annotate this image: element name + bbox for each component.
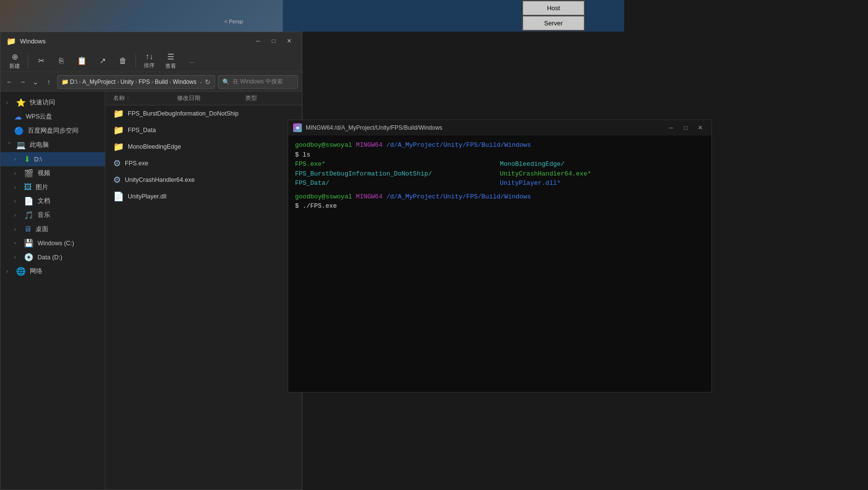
expand-icon: › xyxy=(14,255,20,260)
expand-icon: › xyxy=(14,213,20,218)
download-icon: ⬇ xyxy=(24,155,30,164)
minimize-button[interactable]: ─ xyxy=(251,36,265,46)
window-controls: ─ □ ✕ xyxy=(251,36,296,46)
terminal-host-2: MINGW64 xyxy=(352,192,386,202)
sidebar-item-windows-c[interactable]: › 💾 Windows (C:) xyxy=(0,236,105,250)
search-placeholder: 在 Windows 中搜索 xyxy=(233,78,283,86)
windows-drive-icon: 💾 xyxy=(24,238,34,248)
explorer-window: 📁 Windows ─ □ ✕ ⊕ 新建 ✂ ⎘ 📋 ↗ 🗑 ↑ xyxy=(0,32,302,490)
dropdown-button[interactable]: ⌄ xyxy=(31,76,41,88)
terminal-cmd: $ ls xyxy=(295,150,310,160)
address-input[interactable]: 📁 D:\ › A_MyProject › Unity › FPS › Buil… xyxy=(57,75,215,89)
exe-icon: ⚙ xyxy=(113,175,121,185)
terminal-file-mono: MonoBleedingEdge/ xyxy=(500,159,565,169)
view-button[interactable]: ☰ 查看 xyxy=(160,50,181,72)
up-button[interactable]: ↑ xyxy=(44,76,54,88)
copy-button[interactable]: ⎘ xyxy=(52,55,71,67)
crumb-folder-icon: 📁 xyxy=(61,78,69,85)
sidebar-label: 音乐 xyxy=(38,211,50,219)
forward-button[interactable]: → xyxy=(18,76,28,88)
sort-button[interactable]: ↑↓ 排序 xyxy=(139,50,159,71)
sidebar-item-drive-d[interactable]: › ⬇ D:\ xyxy=(0,152,105,166)
expand-icon: › xyxy=(14,171,20,176)
refresh-button[interactable]: ↻ xyxy=(205,78,211,86)
paste-button[interactable]: 📋 xyxy=(72,54,92,67)
crumb-sep-3: › xyxy=(135,78,137,85)
expand-icon: › xyxy=(14,227,20,232)
terminal-minimize[interactable]: ─ xyxy=(665,123,677,133)
desktop-icon: 🖥 xyxy=(24,225,32,234)
file-item[interactable]: 📁 FPS_BurstDebugInformation_DoNotShip xyxy=(105,105,302,122)
crumb-myproject: A_MyProject xyxy=(82,78,116,85)
crumb-sep-5: › xyxy=(169,78,171,85)
search-box[interactable]: 🔍 在 Windows 中搜索 xyxy=(218,75,298,89)
folder-icon: 📁 xyxy=(113,125,124,136)
more-button[interactable]: ... xyxy=(182,56,201,66)
back-button[interactable]: ← xyxy=(4,76,15,88)
new-button[interactable]: ⊕ 新建 xyxy=(4,50,25,72)
file-item[interactable]: ⚙ FPS.exe xyxy=(105,155,302,172)
shortcut-icon: ↗ xyxy=(99,56,106,65)
sidebar-label: 网络 xyxy=(30,267,42,275)
terminal-user-2: goodboy@sswoyal xyxy=(295,192,352,202)
cut-button[interactable]: ✂ xyxy=(31,54,51,67)
file-item[interactable]: 📄 UnityPlayer.dll xyxy=(105,188,302,205)
host-button[interactable]: Host xyxy=(523,1,584,15)
terminal-titlebar: ❖ MINGW64:/d/A_MyProject/Unity/FPS/Build… xyxy=(288,120,711,136)
file-list-header: 名称 ↑ 修改日期 类型 xyxy=(105,92,302,105)
terminal-file-burst: FPS_BurstDebugInformation_DoNotShip/ xyxy=(295,169,432,179)
close-button[interactable]: ✕ xyxy=(282,36,296,46)
file-name: FPS_BurstDebugInformation_DoNotShip xyxy=(128,110,238,117)
crumb-build: Build xyxy=(155,78,168,85)
explorer-title: Windows xyxy=(20,38,247,45)
sidebar-item-music[interactable]: › 🎵 音乐 xyxy=(0,208,105,222)
new-label: 新建 xyxy=(9,62,20,70)
terminal-user: goodboy@sswoyal xyxy=(295,140,352,150)
sidebar-item-document[interactable]: › 📄 文档 xyxy=(0,194,105,208)
terminal-body[interactable]: goodboy@sswoyal MINGW64 /d/A_MyProject/U… xyxy=(288,136,711,392)
new-icon: ⊕ xyxy=(12,52,18,61)
sidebar-label: Windows (C:) xyxy=(38,240,74,247)
copy-icon: ⎘ xyxy=(59,57,64,65)
terminal-close[interactable]: ✕ xyxy=(694,123,707,133)
folder-icon: 📁 xyxy=(113,108,124,119)
terminal-run-cmd: $ ./FPS.exe xyxy=(295,201,337,211)
crumb-sep-4: › xyxy=(152,78,154,85)
expand-icon: › xyxy=(14,198,20,204)
file-item[interactable]: ⚙ UnityCrashHandler64.exe xyxy=(105,172,302,188)
col-name-header: 名称 ↑ xyxy=(113,94,177,102)
folder-icon: 📁 xyxy=(113,141,124,152)
terminal-ls-row-3: FPS_Data/ xyxy=(295,178,500,188)
server-button[interactable]: Server xyxy=(523,16,584,30)
file-item[interactable]: 📁 FPS_Data xyxy=(105,122,302,138)
file-item[interactable]: 📁 MonoBleedingEdge xyxy=(105,138,302,155)
sidebar-label: D:\ xyxy=(34,156,42,163)
delete-icon: 🗑 xyxy=(119,57,127,65)
terminal-line-run: $ ./FPS.exe xyxy=(295,201,705,211)
sidebar-item-video[interactable]: › 🎬 视频 xyxy=(0,166,105,180)
shortcut-button[interactable]: ↗ xyxy=(93,54,112,67)
paste-icon: 📋 xyxy=(77,56,87,65)
toolbar-separator-2 xyxy=(136,54,136,68)
search-icon: 🔍 xyxy=(222,78,230,85)
crumb-windows: Windows xyxy=(173,78,197,85)
terminal-ls-output: FPS.exe* FPS_BurstDebugInformation_DoNot… xyxy=(295,159,705,188)
terminal-ls-row-2: FPS_BurstDebugInformation_DoNotShip/ xyxy=(295,169,500,179)
baidu-icon: 🔵 xyxy=(14,126,24,136)
sidebar-item-data-d[interactable]: › 💿 Data (D:) xyxy=(0,250,105,264)
terminal-maximize[interactable]: □ xyxy=(679,123,692,133)
sidebar-label: 文档 xyxy=(38,197,50,205)
sidebar-item-baidu[interactable]: 🔵 百度网盘同步空间 xyxy=(0,124,105,138)
sidebar-item-quick-access[interactable]: › ⭐ 快速访问 xyxy=(0,96,105,110)
delete-button[interactable]: 🗑 xyxy=(113,55,133,67)
file-name: FPS.exe xyxy=(125,160,177,167)
sidebar-item-network[interactable]: › 🌐 网络 xyxy=(0,264,105,278)
expand-icon: › xyxy=(14,157,20,162)
terminal-ls-row-r3: UnityPlayer.dll* xyxy=(500,178,705,188)
sidebar-item-this-pc[interactable]: › 💻 此电脑 xyxy=(0,138,105,152)
folder-icon: 📁 xyxy=(6,37,16,46)
sidebar-item-wps[interactable]: ☁ WPS云盘 xyxy=(0,110,105,124)
sidebar-item-desktop[interactable]: › 🖥 桌面 xyxy=(0,222,105,236)
sidebar-item-picture[interactable]: › 🖼 图片 xyxy=(0,180,105,194)
maximize-button[interactable]: □ xyxy=(267,36,280,46)
